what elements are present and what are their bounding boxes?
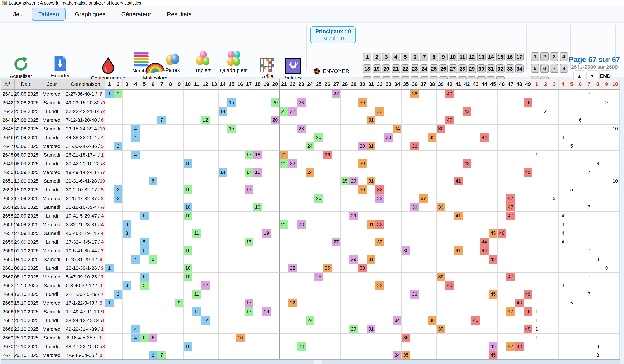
principaux-number-button[interactable]: 4 bbox=[392, 53, 400, 61]
paires-color-button[interactable]: Paires bbox=[159, 51, 186, 73]
quadruplet-balls-icon bbox=[226, 50, 242, 66]
number-cell bbox=[506, 151, 515, 159]
principaux-number-button[interactable]: 19 bbox=[373, 65, 381, 73]
principaux-number-button[interactable]: 12 bbox=[468, 53, 476, 61]
tab-générateur[interactable]: Générateur bbox=[115, 8, 158, 21]
draw-day-cell: Mercredi bbox=[38, 299, 66, 307]
supplementaire-number-button[interactable]: 2 bbox=[541, 52, 549, 61]
number-cell bbox=[306, 125, 314, 133]
draw-number-cell: 2651 bbox=[1, 177, 15, 185]
principaux-number-button[interactable]: 1 bbox=[363, 53, 371, 61]
principaux-number-button[interactable]: 7 bbox=[420, 53, 428, 61]
number-cell bbox=[297, 264, 306, 273]
principaux-number-button[interactable]: 25 bbox=[430, 65, 438, 73]
refresh-button[interactable]: Actualiser bbox=[5, 56, 37, 79]
principaux-number-button[interactable]: 9 bbox=[439, 53, 447, 61]
principaux-number-button[interactable]: 31 bbox=[487, 65, 495, 73]
number-cell bbox=[192, 351, 201, 360]
number-cell bbox=[402, 290, 410, 299]
principaux-number-button[interactable]: 22 bbox=[401, 65, 410, 73]
horizontal-scrollbar-thumb[interactable] bbox=[314, 360, 322, 364]
number-cell bbox=[149, 307, 157, 316]
supplementaire-number-button[interactable]: 6 bbox=[541, 64, 549, 73]
principaux-number-button[interactable]: 13 bbox=[477, 53, 486, 61]
number-cell bbox=[288, 255, 297, 264]
principaux-number-button[interactable]: 30 bbox=[477, 65, 486, 73]
tab-graphiques[interactable]: Graphiques bbox=[68, 8, 112, 21]
principaux-number-button[interactable]: 2 bbox=[373, 53, 381, 61]
number-cell bbox=[341, 194, 349, 203]
number-cell bbox=[358, 229, 367, 238]
triplets-color-button[interactable]: Triplets bbox=[190, 50, 216, 73]
combination-cell: 30-42-21-10-22 /8 bbox=[66, 159, 105, 168]
principaux-number-button[interactable]: 17 bbox=[515, 53, 523, 61]
principaux-number-button[interactable]: 34 bbox=[515, 65, 523, 73]
principaux-number-button[interactable]: 15 bbox=[496, 53, 505, 61]
principaux-number-button[interactable]: 32 bbox=[496, 65, 505, 73]
principaux-number-button[interactable]: 33 bbox=[506, 65, 514, 73]
principaux-number-button[interactable]: 27 bbox=[449, 65, 457, 73]
principaux-number-button[interactable]: 10 bbox=[449, 53, 457, 61]
highlighted-number-cell: 34 bbox=[393, 351, 402, 360]
number-cell bbox=[288, 168, 297, 177]
highlighted-number-cell: 47 bbox=[506, 194, 515, 203]
sup-cell bbox=[559, 90, 567, 98]
principaux-number-button[interactable]: 6 bbox=[411, 53, 419, 61]
principaux-number-button[interactable]: 5 bbox=[401, 53, 410, 61]
principaux-number-button[interactable]: 16 bbox=[506, 53, 514, 61]
principaux-number-button[interactable]: 20 bbox=[382, 65, 390, 73]
send-button[interactable]: ENVOYER bbox=[313, 68, 349, 74]
single-color-button[interactable]: Couleur unique bbox=[91, 57, 126, 81]
number-cell bbox=[524, 334, 532, 342]
supplementaire-number-button[interactable]: 3 bbox=[550, 52, 558, 61]
number-cell bbox=[149, 168, 157, 177]
nombre-color-button[interactable]: Nombre bbox=[128, 52, 154, 74]
principaux-number-button[interactable]: 3 bbox=[382, 53, 390, 61]
sup-cell bbox=[541, 342, 550, 351]
principaux-number-button[interactable]: 23 bbox=[411, 65, 419, 73]
tab-résultats[interactable]: Résultats bbox=[160, 8, 198, 21]
supplementaire-number-button[interactable]: 1 bbox=[531, 52, 539, 61]
tab-tableau[interactable]: Tableau bbox=[32, 8, 66, 21]
quadruplets-color-button[interactable]: Quadruplets bbox=[219, 50, 249, 73]
supplementaire-number-button[interactable]: 4 bbox=[560, 52, 568, 61]
number-cell bbox=[262, 273, 271, 281]
number-cell bbox=[314, 203, 323, 212]
principaux-number-button[interactable]: 18 bbox=[363, 65, 371, 73]
sup-cell bbox=[559, 203, 567, 212]
number-cell bbox=[123, 116, 131, 125]
principaux-number-button[interactable]: 24 bbox=[420, 65, 428, 73]
supplementaire-number-button[interactable]: 8 bbox=[560, 64, 568, 73]
principaux-number-button[interactable]: 29 bbox=[468, 65, 476, 73]
number-cell bbox=[454, 264, 463, 273]
number-cell bbox=[393, 185, 402, 194]
number-cell bbox=[471, 334, 480, 342]
table-row: 265010.09.2025Mercredi18-49-14-24-17 /71… bbox=[1, 168, 620, 177]
number-cell bbox=[105, 247, 114, 255]
number-cell bbox=[227, 107, 236, 116]
principaux-number-button[interactable]: 28 bbox=[458, 65, 467, 73]
number-cell bbox=[367, 342, 375, 351]
principaux-number-button[interactable]: 14 bbox=[487, 53, 495, 61]
number-cell bbox=[131, 212, 140, 220]
supplementaire-number-button[interactable]: 5 bbox=[531, 64, 539, 73]
sup-cell bbox=[611, 194, 620, 203]
number-cell bbox=[497, 177, 506, 185]
number-cell bbox=[341, 238, 349, 247]
supplementaire-number-button[interactable]: 7 bbox=[550, 64, 558, 73]
values-view-button[interactable]: Valeurs bbox=[283, 58, 304, 81]
principaux-number-button[interactable]: 21 bbox=[392, 65, 400, 73]
principaux-number-button[interactable]: 26 bbox=[439, 65, 447, 73]
number-cell bbox=[341, 255, 349, 264]
number-cell bbox=[524, 342, 532, 351]
number-column-header: 23 bbox=[297, 79, 306, 90]
tab-jeu[interactable]: Jeu bbox=[7, 8, 29, 21]
grid-view-button[interactable]: Grille bbox=[258, 58, 277, 79]
principaux-number-button[interactable]: 11 bbox=[458, 53, 467, 61]
principaux-number-button[interactable]: 8 bbox=[430, 53, 438, 61]
horizontal-scrollbar[interactable] bbox=[1, 360, 620, 364]
number-cell bbox=[149, 342, 157, 351]
number-cell bbox=[114, 203, 123, 212]
number-cell bbox=[480, 255, 489, 264]
number-cell bbox=[497, 247, 506, 255]
